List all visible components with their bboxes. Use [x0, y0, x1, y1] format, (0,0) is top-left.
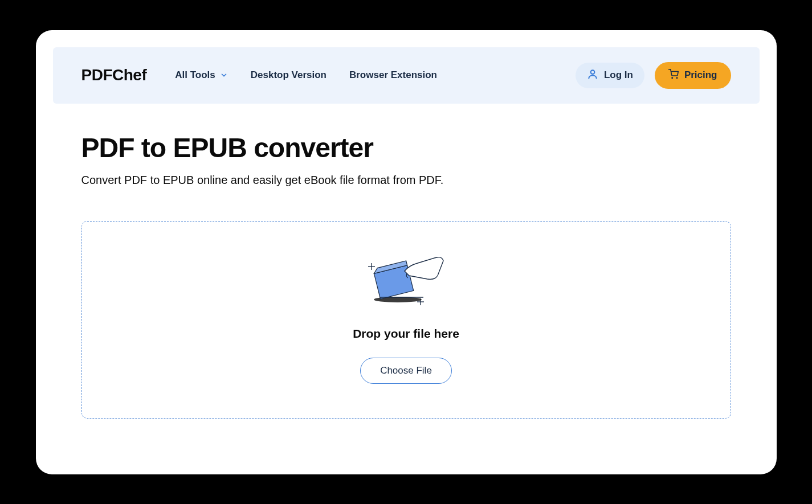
- nav-all-tools[interactable]: All Tools: [175, 69, 228, 81]
- nav-browser-extension[interactable]: Browser Extension: [349, 69, 437, 81]
- cart-icon: [668, 69, 679, 82]
- user-icon: [587, 68, 598, 83]
- pricing-button[interactable]: Pricing: [655, 62, 731, 89]
- svg-point-0: [591, 70, 595, 74]
- drop-file-illustration-icon: [364, 253, 449, 310]
- file-dropzone[interactable]: Drop your file here Choose File: [81, 221, 731, 419]
- svg-point-1: [672, 77, 673, 79]
- page-subtitle: Convert PDF to EPUB online and easily ge…: [81, 174, 731, 187]
- nav-desktop-version[interactable]: Desktop Version: [251, 69, 327, 81]
- chevron-down-icon: [220, 71, 228, 79]
- dropzone-text: Drop your file here: [353, 327, 459, 341]
- app-window: PDFChef All Tools Desktop Version Browse…: [36, 30, 777, 474]
- main-nav: All Tools Desktop Version Browser Extens…: [175, 69, 564, 81]
- choose-file-button[interactable]: Choose File: [360, 358, 452, 384]
- login-label: Log In: [604, 69, 633, 81]
- main-content: PDF to EPUB converter Convert PDF to EPU…: [36, 104, 777, 447]
- header: PDFChef All Tools Desktop Version Browse…: [53, 47, 760, 104]
- header-actions: Log In Pricing: [576, 62, 731, 89]
- nav-all-tools-label: All Tools: [175, 69, 215, 81]
- page-title: PDF to EPUB converter: [81, 132, 731, 163]
- svg-point-2: [676, 77, 678, 79]
- pricing-label: Pricing: [684, 69, 717, 81]
- brand-logo[interactable]: PDFChef: [81, 66, 147, 84]
- login-button[interactable]: Log In: [576, 63, 644, 88]
